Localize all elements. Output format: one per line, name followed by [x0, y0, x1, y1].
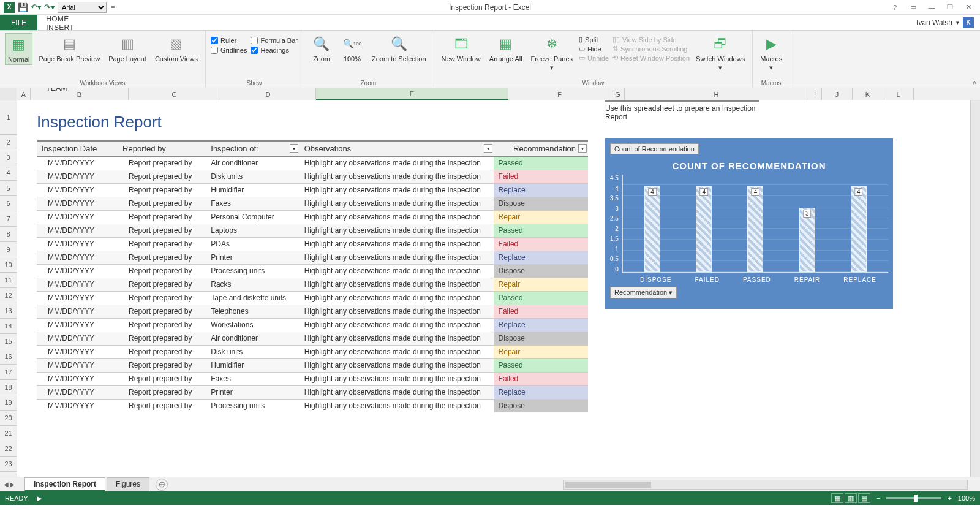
sheet-tab[interactable]: Figures [107, 477, 149, 491]
cell-of[interactable]: Disk units [206, 345, 299, 358]
cell-date[interactable]: MM/DD/YYYY [37, 156, 118, 170]
cell-date[interactable]: MM/DD/YYYY [37, 345, 118, 358]
cell-rec[interactable]: Passed [494, 358, 588, 372]
zoom-button[interactable]: 🔍Zoom [308, 33, 335, 64]
cell-obs[interactable]: Highlight any observations made during t… [300, 332, 494, 345]
cell-of[interactable]: Racks [206, 278, 299, 291]
cell-rec[interactable]: Failed [494, 170, 588, 183]
zoom-in-button[interactable]: + [948, 495, 951, 502]
column-header[interactable]: G [611, 88, 625, 100]
filter-icon[interactable]: ▾ [290, 144, 298, 153]
cell-date[interactable]: MM/DD/YYYY [37, 237, 118, 251]
cell-of[interactable]: Processing units [206, 264, 299, 278]
vertical-scrollbar[interactable] [970, 100, 980, 477]
table-row[interactable]: MM/DD/YYYYReport prepared byDisk unitsHi… [37, 170, 588, 183]
close-icon[interactable]: ✕ [962, 2, 975, 13]
cell-by[interactable]: Report prepared by [118, 291, 206, 305]
cell-obs[interactable]: Highlight any observations made during t… [300, 291, 494, 305]
cell-obs[interactable]: Highlight any observations made during t… [300, 210, 494, 224]
save-icon[interactable]: 💾 [17, 2, 28, 13]
table-row[interactable]: MM/DD/YYYYReport prepared byFaxesHighlig… [37, 197, 588, 210]
table-row[interactable]: MM/DD/YYYYReport prepared byPDAsHighligh… [37, 237, 588, 251]
cell-obs[interactable]: Highlight any observations made during t… [300, 318, 494, 332]
table-row[interactable]: MM/DD/YYYYReport prepared byPrinterHighl… [37, 385, 588, 399]
row-header[interactable]: 17 [0, 365, 17, 380]
user-badge[interactable]: K [963, 17, 974, 28]
cell-obs[interactable]: Highlight any observations made during t… [300, 278, 494, 291]
cell-date[interactable]: MM/DD/YYYY [37, 183, 118, 197]
zoom-level[interactable]: 100% [958, 495, 975, 502]
cell-date[interactable]: MM/DD/YYYY [37, 399, 118, 412]
cell-date[interactable]: MM/DD/YYYY [37, 305, 118, 318]
row-header[interactable]: 11 [0, 273, 17, 288]
add-sheet-button[interactable]: ⊕ [156, 479, 168, 491]
cell-of[interactable]: Air conditioner [206, 156, 299, 170]
cell-obs[interactable]: Highlight any observations made during t… [300, 183, 494, 197]
cell-date[interactable]: MM/DD/YYYY [37, 332, 118, 345]
cell-by[interactable]: Report prepared by [118, 399, 206, 412]
col-header[interactable]: Reported by [118, 141, 206, 156]
cell-obs[interactable]: Highlight any observations made during t… [300, 305, 494, 318]
filter-icon[interactable]: ▾ [578, 144, 587, 153]
column-header[interactable]: B [31, 88, 129, 100]
cell-rec[interactable]: Failed [494, 305, 588, 318]
cell-date[interactable]: MM/DD/YYYY [37, 385, 118, 399]
cell-of[interactable]: Faxes [206, 197, 299, 210]
cell-rec[interactable]: Dispose [494, 332, 588, 345]
sheet-nav[interactable]: ◀▶ [4, 481, 15, 488]
row-header[interactable]: 15 [0, 334, 17, 349]
cell-date[interactable]: MM/DD/YYYY [37, 372, 118, 385]
horizontal-scrollbar[interactable] [564, 480, 968, 490]
ruler-checkbox[interactable]: Ruler [211, 37, 247, 44]
cell-date[interactable]: MM/DD/YYYY [37, 318, 118, 332]
tab-home[interactable]: HOME [37, 15, 107, 23]
gridlines-checkbox[interactable]: Gridlines [211, 47, 247, 54]
cell-rec[interactable]: Dispose [494, 197, 588, 210]
cell-date[interactable]: MM/DD/YYYY [37, 210, 118, 224]
cell-obs[interactable]: Highlight any observations made during t… [300, 385, 494, 399]
cell-by[interactable]: Report prepared by [118, 183, 206, 197]
col-header[interactable]: Inspection of:▾ [206, 141, 299, 156]
table-row[interactable]: MM/DD/YYYYReport prepared byPrinterHighl… [37, 251, 588, 264]
cell-by[interactable]: Report prepared by [118, 318, 206, 332]
table-row[interactable]: MM/DD/YYYYReport prepared byTape and dis… [37, 291, 588, 305]
headings-checkbox[interactable]: Headings [251, 47, 298, 54]
cell-obs[interactable]: Highlight any observations made during t… [300, 224, 494, 237]
column-header[interactable]: F [508, 88, 611, 100]
zoom-slider[interactable] [886, 497, 941, 499]
cell-of[interactable]: Printer [206, 251, 299, 264]
column-header[interactable]: K [853, 88, 883, 100]
help-icon[interactable]: ? [888, 2, 902, 13]
cell-rec[interactable]: Dispose [494, 264, 588, 278]
col-header[interactable]: Inspection Date [37, 141, 118, 156]
macro-record-icon[interactable]: ▶ [37, 495, 42, 502]
cell-rec[interactable]: Repair [494, 278, 588, 291]
row-header[interactable]: 23 [0, 457, 17, 472]
column-header[interactable]: A [17, 88, 31, 100]
cell-by[interactable]: Report prepared by [118, 251, 206, 264]
cell-obs[interactable]: Highlight any observations made during t… [300, 358, 494, 372]
cell-date[interactable]: MM/DD/YYYY [37, 170, 118, 183]
column-header[interactable]: D [221, 88, 316, 100]
cell-by[interactable]: Report prepared by [118, 156, 206, 170]
cell-date[interactable]: MM/DD/YYYY [37, 291, 118, 305]
cell-rec[interactable]: Replace [494, 251, 588, 264]
cell-obs[interactable]: Highlight any observations made during t… [300, 156, 494, 170]
table-row[interactable]: MM/DD/YYYYReport prepared byLaptopsHighl… [37, 224, 588, 237]
column-header[interactable]: I [809, 88, 822, 100]
cell-by[interactable]: Report prepared by [118, 197, 206, 210]
zoom-out-button[interactable]: − [876, 495, 880, 502]
custom-views-button[interactable]: ▧Custom Views [153, 33, 200, 64]
cell-rec[interactable]: Replace [494, 385, 588, 399]
row-header[interactable]: 2 [0, 135, 17, 150]
table-row[interactable]: MM/DD/YYYYReport prepared byProcessing u… [37, 399, 588, 412]
row-header[interactable]: 4 [0, 165, 17, 181]
cell-of[interactable]: Disk units [206, 170, 299, 183]
table-row[interactable]: MM/DD/YYYYReport prepared byRacksHighlig… [37, 278, 588, 291]
new-window-button[interactable]: 🗔New Window [439, 33, 483, 64]
redo-icon[interactable]: ↷▾ [44, 2, 55, 13]
cell-obs[interactable]: Highlight any observations made during t… [300, 237, 494, 251]
cell-of[interactable]: Workstations [206, 318, 299, 332]
cell-rec[interactable]: Passed [494, 156, 588, 170]
cell-date[interactable]: MM/DD/YYYY [37, 264, 118, 278]
